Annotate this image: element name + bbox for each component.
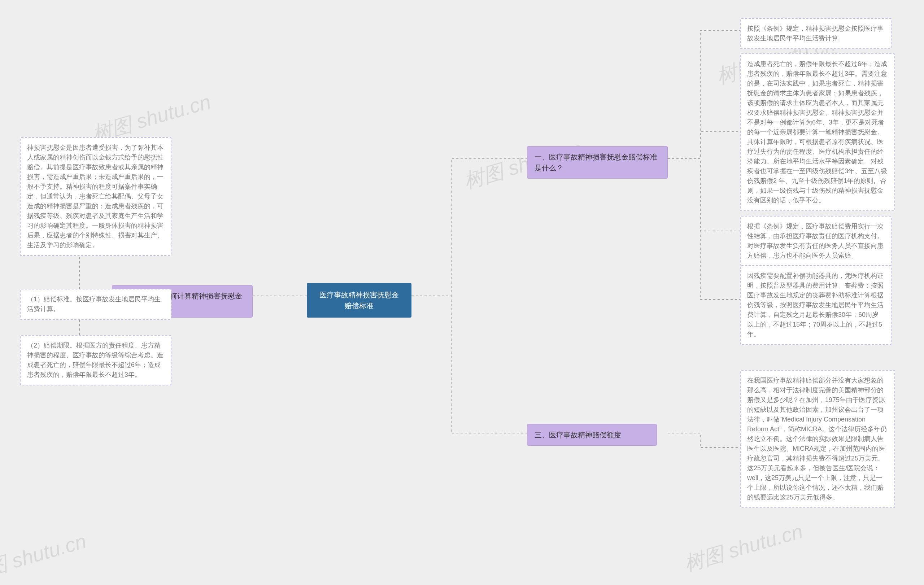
leaf-node-1-4[interactable]: 因残疾需要配置补偿功能器具的，凭医疗机构证明，按照普及型器具的费用计算。丧葬费：… — [740, 265, 891, 345]
branch-node-1[interactable]: 一、医疗事故精神损害抚慰金赔偿标准是什么？ — [527, 146, 668, 179]
center-node[interactable]: 医疗事故精神损害抚慰金赔偿标准 — [307, 283, 411, 318]
leaf-1-1-text: 按照《条例》规定，精神损害抚慰金按照医疗事故发生地居民年平均生活费计算。 — [747, 25, 884, 42]
branch-3-title: 三、医疗事故精神赔偿额度 — [535, 431, 621, 439]
leaf-1-4-text: 因残疾需要配置补偿功能器具的，凭医疗机构证明，按照普及型器具的费用计算。丧葬费：… — [747, 272, 884, 338]
leaf-node-2-3[interactable]: （2）赔偿期限。根据医方的责任程度、患方精神损害的程度、医疗事故的等级等综合考虑… — [20, 335, 172, 386]
leaf-2-2-text: （1）赔偿标准。按医疗事故发生地居民平均生活费计算。 — [27, 295, 161, 313]
watermark: 图 shutu.cn — [0, 527, 89, 582]
leaf-2-1-text: 神损害抚慰金是因患者遭受损害，为了弥补其本人或家属的精神创伤而以金钱方式给予的慰… — [27, 144, 163, 249]
leaf-1-2-text: 造成患者死亡的，赔偿年限最长不超过6年；造成患者残疾的，赔偿年限最长不超过3年。… — [747, 60, 887, 204]
leaf-1-3-text: 根据《条例》规定，医疗事故赔偿费用实行一次性结算，由承担医疗事故责任的医疗机构支… — [747, 222, 884, 259]
center-title: 医疗事故精神损害抚慰金赔偿标准 — [319, 291, 399, 310]
leaf-node-1-1[interactable]: 按照《条例》规定，精神损害抚慰金按照医疗事故发生地居民年平均生活费计算。 — [740, 18, 891, 49]
leaf-node-2-2[interactable]: （1）赔偿标准。按医疗事故发生地居民平均生活费计算。 — [20, 289, 172, 320]
watermark: 树图 shutu.cn — [681, 518, 806, 578]
branch-node-3[interactable]: 三、医疗事故精神赔偿额度 — [527, 424, 657, 446]
leaf-3-1-text: 在我国医疗事故精神赔偿部分并没有大家想象的那么高，相对于法律制度完善的美国精神部… — [747, 377, 887, 501]
leaf-node-3-1[interactable]: 在我国医疗事故精神赔偿部分并没有大家想象的那么高，相对于法律制度完善的美国精神部… — [740, 370, 895, 508]
leaf-node-1-3[interactable]: 根据《条例》规定，医疗事故赔偿费用实行一次性结算，由承担医疗事故责任的医疗机构支… — [740, 216, 891, 266]
leaf-2-3-text: （2）赔偿期限。根据医方的责任程度、患方精神损害的程度、医疗事故的等级等综合考虑… — [27, 342, 163, 378]
mindmap-canvas: 树图 shutu.cn 树图 shutu.cn 树图 shutu.cn 树图 s… — [0, 0, 924, 585]
branch-1-title: 一、医疗事故精神损害抚慰金赔偿标准是什么？ — [535, 153, 657, 172]
leaf-node-1-2[interactable]: 造成患者死亡的，赔偿年限最长不超过6年；造成患者残疾的，赔偿年限最长不超过3年。… — [740, 53, 895, 211]
leaf-node-2-1[interactable]: 神损害抚慰金是因患者遭受损害，为了弥补其本人或家属的精神创伤而以金钱方式给予的慰… — [20, 137, 172, 256]
